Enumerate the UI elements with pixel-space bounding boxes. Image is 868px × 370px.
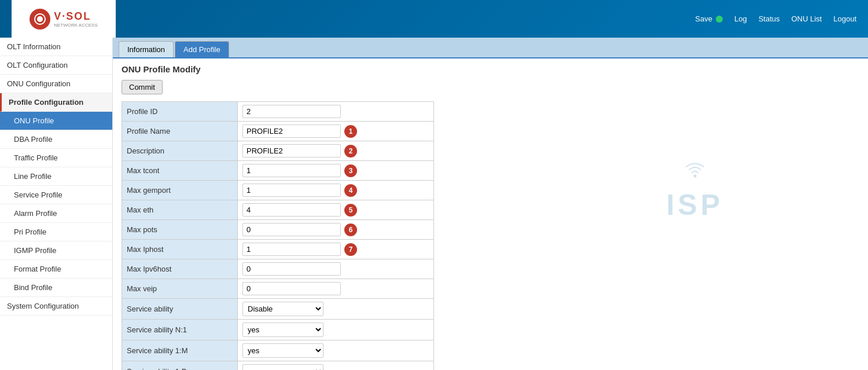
form-value-service-ability-n1: yesno [238, 320, 434, 340]
status-link[interactable]: Status [759, 14, 780, 23]
form-value-max-gemport: 4 [238, 181, 434, 200]
save-section: Save [695, 14, 723, 23]
form-row-service-ability-n1: Service ability N:1yesno [122, 320, 434, 340]
form-value-max-tcont: 3 [238, 161, 434, 181]
logout-link[interactable]: Logout [833, 14, 856, 23]
input-max-veip[interactable] [242, 282, 341, 295]
form-row-profile-id: Profile ID [122, 102, 434, 122]
commit-button[interactable]: Commit [122, 80, 163, 94]
form-row-profile-name: Profile Name1 [122, 122, 434, 141]
form-label-service-ability-1p: Service ability 1:P [122, 361, 238, 371]
header-controls: Save Log Status ONU List Logout [695, 14, 856, 23]
vsol-brand: V·SOL [54, 10, 98, 23]
sidebar-item-onu-config[interactable]: ONU Configuration [0, 75, 112, 93]
select-service-ability-n1[interactable]: yesno [242, 323, 323, 337]
form-value-max-eth: 5 [238, 200, 434, 220]
form-row-max-pots: Max pots6 [122, 220, 434, 240]
vsol-tagline: NETWORK ACCESS [54, 23, 98, 28]
input-max-ipv6host[interactable] [242, 262, 341, 276]
isp-text: ISP [666, 188, 723, 222]
tab-bar: Information Add Profile [113, 38, 868, 57]
input-max-tcont[interactable] [242, 164, 341, 177]
badge-profile-name: 1 [344, 125, 357, 138]
badge-max-gemport: 4 [344, 184, 357, 197]
form-row-max-ipv6host: Max Ipv6host [122, 259, 434, 279]
form-row-max-tcont: Max tcont3 [122, 161, 434, 181]
badge-max-tcont: 3 [344, 164, 357, 177]
select-service-ability[interactable]: DisableEnable [242, 302, 323, 316]
form-label-service-ability-1m: Service ability 1:M [122, 340, 238, 361]
form-row-service-ability: Service abilityDisableEnable [122, 299, 434, 320]
input-profile-id[interactable] [242, 105, 341, 118]
sidebar-item-traffic-profile[interactable]: Traffic Profile [0, 149, 112, 167]
form-row-max-iphost: Max Iphost7 [122, 240, 434, 259]
select-service-ability-1m[interactable]: yesno [242, 343, 323, 358]
form-value-service-ability-1m: yesno [238, 340, 434, 361]
form-label-profile-id: Profile ID [122, 102, 238, 122]
logo: V·SOL NETWORK ACCESS [12, 0, 116, 38]
form-label-service-ability: Service ability [122, 299, 238, 320]
sidebar-item-onu-profile[interactable]: ONU Profile [0, 112, 112, 130]
sidebar-item-format-profile[interactable]: Format Profile [0, 260, 112, 279]
input-max-eth[interactable] [242, 203, 341, 217]
sidebar-item-olt-info[interactable]: OLT Information [0, 38, 112, 56]
isp-watermark: ISP [666, 152, 723, 222]
main-content: Information Add Profile ONU Profile Modi… [113, 38, 868, 370]
page-area: ONU Profile Modify Commit Profile IDProf… [113, 57, 868, 370]
sidebar: OLT Information OLT Configuration ONU Co… [0, 38, 113, 370]
form-row-service-ability-1p: Service ability 1:Pyesno [122, 361, 434, 371]
status-indicator [716, 16, 723, 23]
tab-information[interactable]: Information [119, 41, 174, 57]
input-max-iphost[interactable] [242, 243, 341, 256]
form-value-description: 2 [238, 141, 434, 161]
sidebar-item-line-profile[interactable]: Line Profile [0, 167, 112, 186]
sidebar-item-system-config[interactable]: System Configuration [0, 297, 112, 316]
sidebar-item-igmp-profile[interactable]: IGMP Profile [0, 241, 112, 260]
badge-max-pots: 6 [344, 224, 357, 236]
log-link[interactable]: Log [734, 14, 747, 23]
form-label-profile-name: Profile Name [122, 122, 238, 141]
input-max-pots[interactable] [242, 223, 341, 236]
badge-max-eth: 5 [344, 204, 357, 217]
sidebar-item-bind-profile[interactable]: Bind Profile [0, 279, 112, 297]
input-profile-name[interactable] [242, 124, 341, 138]
page-title: ONU Profile Modify [122, 64, 859, 74]
profile-form: Profile IDProfile Name1Description2Max t… [122, 101, 434, 370]
form-value-max-veip [238, 279, 434, 299]
sidebar-item-alarm-profile[interactable]: Alarm Profile [0, 204, 112, 223]
form-label-max-iphost: Max Iphost [122, 240, 238, 259]
sidebar-item-pri-profile[interactable]: Pri Profile [0, 223, 112, 241]
vsol-logo-icon [34, 13, 46, 25]
form-value-max-pots: 6 [238, 220, 434, 240]
sidebar-item-profile-config[interactable]: Profile Configuration [0, 93, 112, 112]
form-label-max-eth: Max eth [122, 200, 238, 220]
sidebar-item-olt-config[interactable]: OLT Configuration [0, 56, 112, 75]
form-value-service-ability: DisableEnable [238, 299, 434, 320]
form-row-service-ability-1m: Service ability 1:Myesno [122, 340, 434, 361]
svg-point-1 [37, 16, 43, 22]
form-row-description: Description2 [122, 141, 434, 161]
svg-point-2 [693, 175, 696, 178]
form-value-profile-name: 1 [238, 122, 434, 141]
input-description[interactable] [242, 144, 341, 157]
form-row-max-veip: Max veip [122, 279, 434, 299]
form-value-max-iphost: 7 [238, 240, 434, 259]
form-value-service-ability-1p: yesno [238, 361, 434, 371]
badge-description: 2 [344, 145, 357, 157]
sidebar-item-dba-profile[interactable]: DBA Profile [0, 130, 112, 149]
form-row-max-eth: Max eth5 [122, 200, 434, 220]
form-label-description: Description [122, 141, 238, 161]
input-max-gemport[interactable] [242, 184, 341, 197]
sidebar-item-service-profile[interactable]: Service Profile [0, 186, 112, 204]
onu-list-link[interactable]: ONU List [792, 14, 822, 23]
form-label-max-tcont: Max tcont [122, 161, 238, 181]
select-service-ability-1p[interactable]: yesno [242, 364, 323, 370]
save-label: Save [695, 14, 712, 23]
form-row-max-gemport: Max gemport4 [122, 181, 434, 200]
form-value-profile-id [238, 102, 434, 122]
badge-max-iphost: 7 [344, 243, 357, 256]
form-label-service-ability-n1: Service ability N:1 [122, 320, 238, 340]
main-layout: OLT Information OLT Configuration ONU Co… [0, 38, 868, 370]
tab-add-profile[interactable]: Add Profile [175, 41, 229, 57]
wifi-icon [681, 152, 709, 181]
